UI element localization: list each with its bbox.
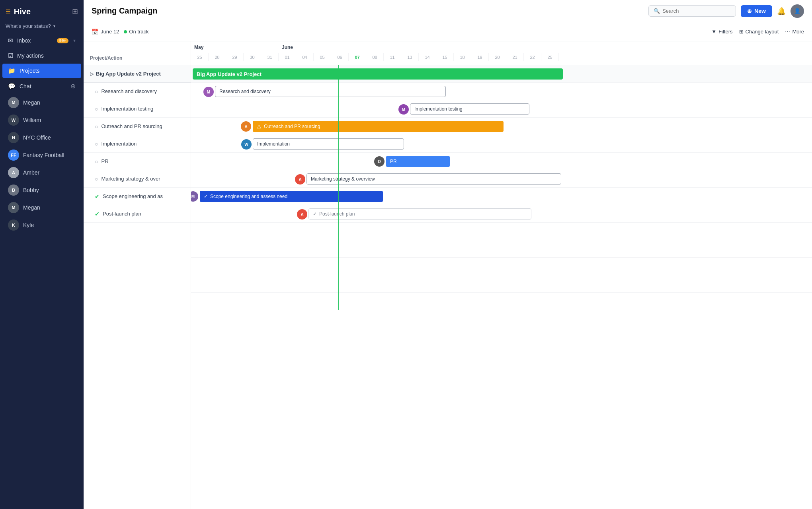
day-29: 29 <box>226 53 244 61</box>
gantt-bar-pr[interactable]: D PR <box>386 156 450 167</box>
bar-avatar-outreach: A <box>241 121 251 132</box>
may-group: May 25 28 29 30 31 <box>191 41 279 65</box>
sidebar-item-projects[interactable]: 📁 Projects <box>2 64 81 78</box>
day-01: 01 <box>279 53 296 61</box>
search-bar[interactable]: 🔍 <box>648 5 736 17</box>
day-13: 13 <box>401 53 419 61</box>
sidebar-item-amber[interactable]: A Amber <box>2 164 81 181</box>
task-row-outreach[interactable]: ○ Outreach and PR sourcing <box>84 118 191 135</box>
gantt-bar-research[interactable]: M Research and discovery <box>215 86 446 97</box>
check-icon-pr: ○ <box>95 158 98 165</box>
day-30: 30 <box>244 53 261 61</box>
gantt-row-pr: D PR <box>191 153 812 170</box>
hive-logo-icon: ≡ <box>6 6 11 17</box>
check-post-launch-icon: ✓ <box>313 211 317 217</box>
day-21: 21 <box>506 53 524 61</box>
avatar-kyle: K <box>8 220 19 231</box>
search-input[interactable] <box>662 8 731 14</box>
more-label: More <box>792 29 804 35</box>
avatar-megan: M <box>8 97 19 108</box>
gantt-bar-scope[interactable]: M ✓ Scope engineering and assess need <box>200 191 383 202</box>
day-25: 25 <box>191 53 209 61</box>
day-15: 15 <box>436 53 454 61</box>
gantt-empty-row-4 <box>191 275 812 293</box>
sidebar-item-nyc[interactable]: N NYC Office <box>2 129 81 146</box>
gantt-bar-outreach[interactable]: A ⚠ Outreach and PR sourcing <box>253 121 504 132</box>
may-days: 25 28 29 30 31 <box>191 53 279 61</box>
new-icon: ⊕ <box>747 8 752 14</box>
project-group-label[interactable]: ▷ Big App Update v2 Project <box>84 65 191 83</box>
sidebar-item-fantasy-football[interactable]: FF Fantasy Football <box>2 147 81 163</box>
gantt-bar-project[interactable]: Big App Update v2 Project <box>193 68 563 80</box>
gantt-empty-row-1 <box>191 223 812 240</box>
my-actions-icon: ☑ <box>8 52 13 59</box>
chat-add-icon[interactable]: ⊕ <box>70 82 76 90</box>
nyc-label: NYC Office <box>23 134 51 141</box>
megan2-label: Megan <box>23 204 40 211</box>
filter-icon: ▼ <box>711 29 716 35</box>
task-row-pr[interactable]: ○ PR <box>84 153 191 170</box>
bar-label-scope: Scope engineering and assess need <box>210 194 287 199</box>
bar-label-impl-test: Implementation testing <box>414 106 463 112</box>
user-avatar[interactable]: 👤 <box>791 4 804 18</box>
megan-label: Megan <box>23 99 40 106</box>
gantt-bar-impl-test[interactable]: M Implementation testing <box>410 103 529 115</box>
task-row-impl-test[interactable]: ○ Implementation testing <box>84 100 191 118</box>
main-area: Spring Campaign 🔍 ⊕ New 🔔 👤 📅 June 12 On… <box>84 0 812 509</box>
gantt-right-panel: May 25 28 29 30 31 June 01 04 05 <box>191 41 812 509</box>
task-row-research[interactable]: ○ Research and discovery <box>84 83 191 100</box>
day-31: 31 <box>261 53 279 61</box>
day-25b: 25 <box>541 53 559 61</box>
gantt-empty-row-3 <box>191 258 812 275</box>
topbar: Spring Campaign 🔍 ⊕ New 🔔 👤 <box>84 0 812 22</box>
task-row-post-launch[interactable]: ✔ Post-launch plan <box>84 205 191 223</box>
sidebar-item-kyle[interactable]: K Kyle <box>2 217 81 233</box>
notifications-button[interactable]: 🔔 <box>777 7 786 16</box>
subheader: 📅 June 12 On track ▼ Filters ⊞ Change la… <box>84 22 812 41</box>
gantt-body: Big App Update v2 Project M Research and… <box>191 65 812 310</box>
task-row-marketing[interactable]: ○ Marketing strategy & over <box>84 170 191 188</box>
status-bar[interactable]: What's your status? ▾ <box>0 21 84 33</box>
bar-avatar-scope: M <box>191 191 198 202</box>
date-label: June 12 <box>101 29 119 35</box>
sidebar-item-bobby[interactable]: B Bobby <box>2 182 81 198</box>
app-name: Hive <box>14 7 31 16</box>
page-title: Spring Campaign <box>92 6 158 16</box>
gantt-left-header: Project/Action <box>84 41 191 65</box>
task-label-post-launch: Post-launch plan <box>103 211 141 217</box>
date-badge: 📅 June 12 <box>92 29 119 35</box>
status-label: On track <box>129 29 148 35</box>
task-label-scope: Scope engineering and as <box>103 193 163 199</box>
task-label-marketing: Marketing strategy & over <box>101 176 160 182</box>
gantt-bar-marketing[interactable]: A Marketing strategy & overview <box>306 173 561 185</box>
filters-button[interactable]: ▼ Filters <box>711 29 732 35</box>
task-label-pr: PR <box>101 158 108 164</box>
task-row-implementation[interactable]: ○ Implementation <box>84 135 191 153</box>
new-button[interactable]: ⊕ New <box>741 5 772 17</box>
william-label: William <box>23 117 41 123</box>
inbox-chevron: ▾ <box>73 38 76 43</box>
bar-label-marketing: Marketing strategy & overview <box>311 176 375 182</box>
gantt-empty-row-5 <box>191 293 812 310</box>
change-layout-button[interactable]: ⊞ Change layout <box>739 29 779 35</box>
bar-label-research: Research and discovery <box>219 89 271 94</box>
june-days: 01 04 05 06 07 08 11 13 14 15 18 19 20 2… <box>279 53 559 61</box>
sidebar: ≡ Hive ⊞ What's your status? ▾ ✉ Inbox 9… <box>0 0 84 509</box>
grid-icon[interactable]: ⊞ <box>72 7 78 16</box>
bobby-label: Bobby <box>23 187 39 193</box>
sidebar-item-chat[interactable]: 💬 Chat ⊕ <box>2 79 81 93</box>
new-label: New <box>754 8 766 14</box>
avatar-bobby: B <box>8 185 19 196</box>
sidebar-item-megan2[interactable]: M Megan <box>2 199 81 216</box>
amber-label: Amber <box>23 169 39 176</box>
sidebar-item-william[interactable]: W William <box>2 112 81 128</box>
more-button[interactable]: ⋯ More <box>785 29 804 35</box>
gantt-bar-implementation[interactable]: W Implementation <box>253 138 404 150</box>
sidebar-item-megan[interactable]: M Megan <box>2 94 81 111</box>
projects-icon: 📁 <box>8 67 16 74</box>
task-row-scope[interactable]: ✔ Scope engineering and as <box>84 188 191 205</box>
day-14: 14 <box>419 53 436 61</box>
sidebar-item-my-actions[interactable]: ☑ My actions <box>2 49 81 63</box>
gantt-bar-post-launch[interactable]: A ✓ Post-launch plan <box>308 208 531 220</box>
sidebar-item-inbox[interactable]: ✉ Inbox 99+ ▾ <box>2 33 81 48</box>
